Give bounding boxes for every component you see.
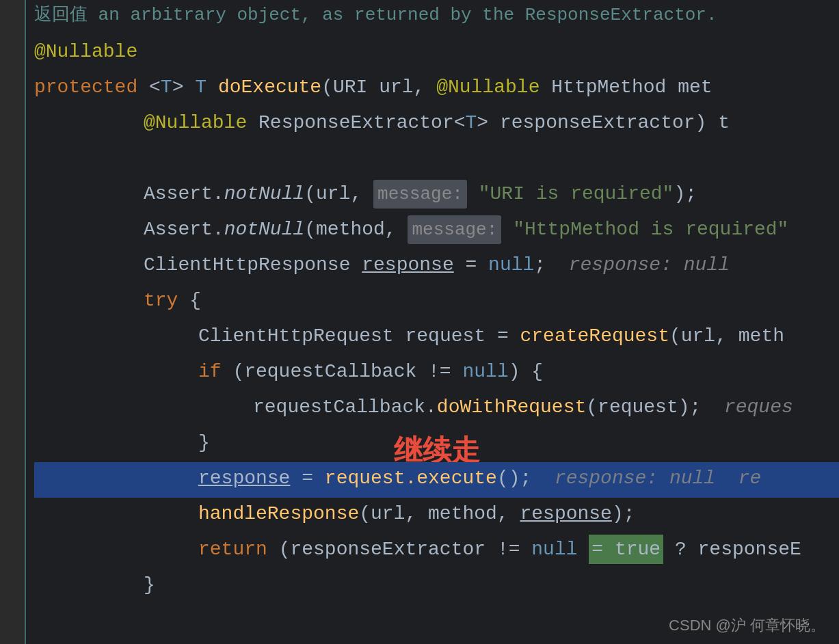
annotation-nullable3: @Nullable: [144, 108, 247, 137]
re-param: responseExtractor): [500, 108, 706, 137]
inline-comment-reques: reques: [724, 392, 793, 422]
null-val2: null: [462, 357, 508, 386]
line-assert2: Assert.notNull (method, message: "HttpMe…: [34, 213, 839, 249]
httpmethod-type: HttpMethod: [551, 72, 666, 102]
method-handleResponse: handleResponse: [198, 499, 359, 528]
method-doExecute: doExecute: [218, 72, 321, 102]
response-var3: response: [520, 499, 612, 528]
assert-notnull1: notNull: [224, 179, 305, 209]
watermark: CSDN @沪 何章怀晓。: [669, 614, 825, 637]
chr-type: ClientHttpResponse: [144, 250, 350, 280]
return-T: T: [195, 72, 207, 102]
url-param: url,: [379, 72, 425, 102]
code-area: 返回值 an arbitrary object, as returned by …: [26, 0, 839, 644]
left-bar: [0, 0, 26, 644]
chr-request-type: ClientHttpRequest: [198, 321, 394, 351]
code-container: 返回值 an arbitrary object, as returned by …: [0, 0, 839, 644]
method-doWithRequest: doWithRequest: [437, 392, 586, 422]
kw-protected: protected: [34, 72, 137, 102]
annotation-nullable2: @Nullable: [436, 72, 540, 102]
equals-true-badge: = true: [589, 535, 663, 564]
hint-message1: message:: [373, 180, 467, 209]
inline-comment2: response: null: [555, 464, 715, 493]
re-type: ResponseExtractor<: [258, 108, 465, 137]
string-uri-required: "URI is required": [479, 179, 674, 209]
line-try: try {: [34, 284, 839, 320]
line-handle: handleResponse (url, method, response );: [34, 498, 839, 533]
hint-message2: message:: [408, 215, 501, 244]
line-return: return (responseExtractor != null = true…: [34, 533, 839, 569]
line-nullable1: @Nullable: [34, 36, 839, 71]
throws-t: t: [718, 108, 730, 137]
line-blank: [34, 142, 839, 178]
line-signature2: @Nullable ResponseExtractor<T> responseE…: [34, 107, 839, 142]
kw-try: try: [144, 286, 178, 315]
request-var: request: [405, 321, 485, 351]
inline-comment1: response: null: [569, 250, 730, 280]
line-request-decl: ClientHttpRequest request = createReques…: [34, 320, 839, 355]
line-callback: requestCallback. doWithRequest (request)…: [34, 391, 839, 427]
annotation-nullable: @Nullable: [34, 37, 137, 66]
kw-if: if: [198, 357, 222, 386]
string-http-required: "HttpMethod is required": [513, 215, 788, 244]
assert-notnull2: notNull: [224, 215, 305, 244]
line-execute: response = request.execute (); response:…: [34, 462, 839, 498]
line-if: if (requestCallback != null ) {: [34, 355, 839, 391]
null-val3: null: [531, 535, 577, 564]
line-assert1: Assert.notNull ( url, message: "URI is r…: [34, 178, 839, 213]
response-var: response: [362, 250, 453, 280]
line-signature: protected <T> T doExecute ( URI url, @Nu…: [34, 71, 839, 107]
paren-open: (: [321, 72, 333, 102]
callback-var: requestCallback.: [253, 392, 437, 422]
generic-T: T: [161, 72, 172, 102]
null-val1: null: [488, 250, 534, 280]
kw-return: return: [198, 535, 267, 564]
method-execute: request.execute: [325, 464, 497, 493]
met-param: met: [678, 72, 712, 102]
assert-class: Assert.: [144, 179, 224, 209]
line-response-decl: ClientHttpResponse response = null ; res…: [34, 249, 839, 284]
uri-type: URI: [333, 72, 367, 102]
line-try-close: }: [34, 569, 839, 604]
close-brace-if: }: [198, 428, 210, 457]
method-createRequest: createRequest: [520, 321, 669, 351]
line-brace-chinese: } 继续走: [34, 427, 839, 462]
top-comment-text: 返回值 an arbitrary object, as returned by …: [34, 1, 717, 29]
response-var2: response: [198, 464, 290, 493]
close-brace-try: }: [144, 570, 155, 600]
assert-class2: Assert.: [144, 215, 224, 244]
line-top-comment: 返回值 an arbitrary object, as returned by …: [34, 0, 839, 36]
